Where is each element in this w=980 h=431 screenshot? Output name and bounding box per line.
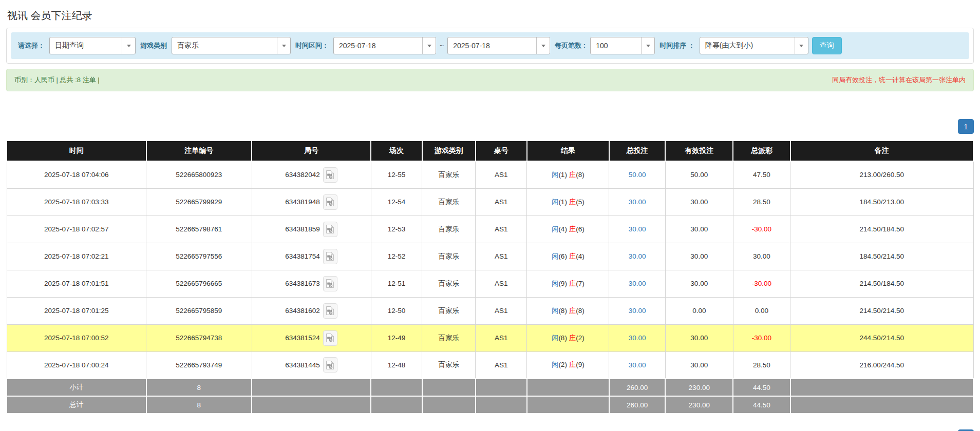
- bet-records-table: 时间注单编号局号场次游戏类别桌号结果总投注有效投注总派彩备注 2025-07-1…: [6, 140, 974, 414]
- total-bet-link[interactable]: 30.00: [629, 334, 646, 342]
- result-player-label: 闲: [552, 361, 559, 368]
- table-row: 2025-07-18 07:00:24 522665793749 6343814…: [7, 351, 973, 379]
- cell-game-type: 百家乐: [422, 215, 476, 243]
- total-bet-link[interactable]: 30.00: [629, 280, 646, 287]
- cell-session: 12-51: [371, 270, 422, 297]
- cell-result: 闲(2) 庄(9): [527, 351, 609, 379]
- cell-game-type: 百家乐: [422, 161, 476, 188]
- video-replay-button[interactable]: [323, 330, 337, 346]
- total-bet-link[interactable]: 30.00: [629, 225, 646, 233]
- cell-total-bet: 30.00: [609, 215, 665, 243]
- cell-valid-bet: 30.00: [665, 324, 733, 351]
- round-number: 634382042: [285, 171, 320, 179]
- round-number: 634381948: [285, 198, 320, 206]
- video-replay-button[interactable]: [323, 222, 337, 237]
- video-file-icon: [326, 333, 334, 343]
- sort-select[interactable]: 降幂(由大到小): [700, 37, 808, 54]
- cell-session: 12-54: [371, 188, 422, 215]
- query-mode-select[interactable]: 日期查询: [49, 37, 136, 54]
- column-header: 场次: [371, 141, 422, 161]
- page-size-select[interactable]: 100: [590, 37, 655, 54]
- date-from-select[interactable]: 2025-07-18: [333, 37, 436, 54]
- total-bet-link[interactable]: 30.00: [629, 307, 646, 315]
- cell-result: 闲(8) 庄(8): [527, 297, 609, 324]
- date-from-value: 2025-07-18: [334, 42, 381, 50]
- cell-session: 12-48: [371, 351, 422, 379]
- total-bet-link[interactable]: 30.00: [629, 252, 646, 260]
- video-replay-button[interactable]: [323, 167, 337, 183]
- select-mode-label: 请选择：: [17, 41, 46, 50]
- cell-total-bet: 30.00: [609, 243, 665, 270]
- column-header: 注单编号: [146, 141, 252, 161]
- video-file-icon: [326, 224, 334, 234]
- cell-valid-bet: 30.00: [665, 243, 733, 270]
- cell-payout: 28.50: [733, 188, 790, 215]
- range-separator: ~: [440, 42, 444, 50]
- summary-cell: 8: [146, 396, 252, 414]
- cell-session: 12-52: [371, 243, 422, 270]
- video-replay-button[interactable]: [323, 249, 337, 264]
- total-bet-link[interactable]: 30.00: [629, 361, 646, 369]
- filter-panel: 请选择： 日期查询 游戏类别 百家乐 时间区间： 2025-07-18 ~ 20…: [6, 28, 974, 64]
- cell-payout: 30.00: [733, 243, 790, 270]
- sort-value: 降幂(由大到小): [700, 41, 758, 50]
- summary-cell: 44.50: [733, 379, 790, 396]
- cell-time: 2025-07-18 07:00:24: [7, 351, 146, 379]
- summary-cell: [790, 379, 973, 396]
- cell-remark: 244.50/214.50: [790, 324, 973, 351]
- round-number: 634381859: [285, 225, 320, 233]
- cell-result: 闲(9) 庄(7): [527, 270, 609, 297]
- cell-payout: 47.50: [733, 161, 790, 188]
- round-number: 634381445: [285, 361, 320, 369]
- cell-game-type: 百家乐: [422, 243, 476, 270]
- cell-round-number: 634381948: [252, 188, 371, 215]
- table-row: 2025-07-18 07:01:25 522665795859 6343816…: [7, 297, 973, 324]
- video-replay-button[interactable]: [323, 303, 337, 319]
- result-player-label: 闲: [552, 280, 559, 287]
- cell-valid-bet: 0.00: [665, 297, 733, 324]
- video-replay-button[interactable]: [323, 276, 337, 291]
- cell-remark: 214.50/214.50: [790, 297, 973, 324]
- chevron-down-icon: [641, 37, 654, 54]
- page-container: 视讯 会员下注纪录 请选择： 日期查询 游戏类别 百家乐 时间区间： 2025-…: [0, 0, 980, 431]
- summary-cell: [371, 379, 422, 396]
- cell-round-number: 634381524: [252, 324, 371, 351]
- cell-time: 2025-07-18 07:04:06: [7, 161, 146, 188]
- total-bet-link[interactable]: 50.00: [629, 171, 646, 179]
- summary-cell: [252, 379, 371, 396]
- cell-total-bet: 50.00: [609, 161, 665, 188]
- cell-valid-bet: 30.00: [665, 351, 733, 379]
- result-player-score: (2): [558, 361, 567, 368]
- table-row: 2025-07-18 07:04:06 522665800923 6343820…: [7, 161, 973, 188]
- table-header-row: 时间注单编号局号场次游戏类别桌号结果总投注有效投注总派彩备注: [7, 141, 973, 161]
- game-type-select[interactable]: 百家乐: [172, 37, 291, 54]
- page-title: 视讯 会员下注纪录: [6, 0, 974, 28]
- date-to-select[interactable]: 2025-07-18: [447, 37, 550, 54]
- cell-payout: 28.50: [733, 351, 790, 379]
- result-banker-label: 庄: [569, 280, 576, 287]
- search-button[interactable]: 查询: [812, 37, 842, 54]
- cell-bet-number: 522665793749: [146, 351, 252, 379]
- summary-bar: 币别：人民币 | 总共 :8 注单 | 同局有效投注，统一计算在该局第一张注单内: [6, 69, 974, 91]
- total-bet-link[interactable]: 30.00: [629, 198, 646, 206]
- cell-total-bet: 30.00: [609, 297, 665, 324]
- column-header: 总派彩: [733, 141, 790, 161]
- result-player-label: 闲: [552, 252, 559, 260]
- video-replay-button[interactable]: [323, 357, 337, 373]
- cell-time: 2025-07-18 07:01:51: [7, 270, 146, 297]
- page-1-button[interactable]: 1: [958, 119, 974, 134]
- cell-bet-number: 522665800923: [146, 161, 252, 188]
- result-banker-score: (7): [576, 280, 585, 287]
- cell-table-number: AS1: [476, 243, 527, 270]
- table-row: 2025-07-18 07:02:57 522665798761 6343818…: [7, 215, 973, 243]
- video-replay-button[interactable]: [323, 194, 337, 210]
- cell-total-bet: 30.00: [609, 188, 665, 215]
- chevron-down-icon: [795, 37, 808, 54]
- cell-time: 2025-07-18 07:02:57: [7, 215, 146, 243]
- table-row: 2025-07-18 07:02:21 522665797556 6343817…: [7, 243, 973, 270]
- cell-round-number: 634381602: [252, 297, 371, 324]
- table-row: 2025-07-18 07:01:51 522665796665 6343816…: [7, 270, 973, 297]
- cell-table-number: AS1: [476, 351, 527, 379]
- video-file-icon: [326, 170, 334, 180]
- cell-remark: 214.50/184.50: [790, 270, 973, 297]
